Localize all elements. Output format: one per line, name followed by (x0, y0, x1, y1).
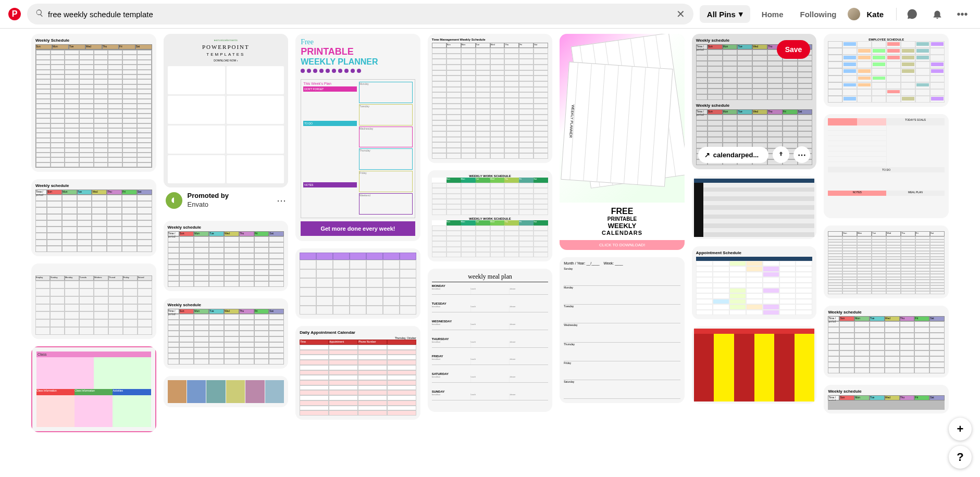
search-icon (35, 9, 44, 19)
pin[interactable]: Daily Appointment CalendarThursday, Octo… (295, 326, 420, 420)
pin[interactable] (692, 327, 817, 404)
pin[interactable]: ▸envatoelements POWERPOINT TEMPLATES DOW… (164, 34, 289, 214)
promoter-logo[interactable] (166, 192, 182, 209)
notifications-icon[interactable] (928, 5, 947, 23)
search-bar: ✕ (27, 4, 693, 24)
promo-more-icon[interactable]: ⋯ (277, 195, 286, 206)
pin[interactable]: Appointment Schedule (692, 246, 817, 319)
pin[interactable]: Free PRINTABLE WEEKLY PLANNER This Week'… (295, 34, 420, 241)
chevron-down-icon: ▾ (739, 9, 743, 19)
messages-icon[interactable] (903, 5, 922, 23)
source-link[interactable]: ↗calendarped... (698, 147, 769, 163)
pin[interactable]: Weekly scheduleTime / periodSunMonTueWed… (164, 221, 289, 291)
divider (896, 8, 897, 20)
pin[interactable]: Weekly scheduleTime / periodSunMonTueWed… (164, 298, 289, 369)
clear-search-icon[interactable]: ✕ (676, 9, 685, 19)
search-input[interactable] (48, 10, 672, 19)
pin[interactable]: WEEKLY PLANNER WEEKLY PLANNER FREE PRINT… (560, 34, 685, 250)
nav-home[interactable]: Home (756, 10, 789, 19)
pin[interactable]: SunMonTueWedThuFriSat (824, 225, 949, 298)
save-button[interactable]: Save (777, 40, 811, 59)
add-button[interactable]: + (949, 418, 972, 437)
pin[interactable]: Weekly scheduleTime / periodSunMonTueWed… (692, 34, 817, 169)
floating-actions: + ? (949, 418, 972, 437)
pin[interactable]: Weekly scheduleTime / periodSunMonTueWed… (31, 179, 156, 256)
header: P ✕ All Pins ▾ Home Following Kate ••• (0, 0, 980, 29)
pin[interactable]: EMPLOYEE SCHEDULE (824, 34, 949, 107)
pin[interactable]: Class Class InformationClass Information… (31, 346, 156, 432)
share-button[interactable] (773, 146, 789, 163)
pin[interactable]: Weekly scheduleTime / periodSunMonTueWed… (824, 385, 949, 413)
pin[interactable]: Weekly Schedule SunMonTueWedThuFriSat (31, 34, 156, 172)
promoted-attribution: Promoted byEnvato ⋯ (164, 187, 289, 214)
pin[interactable]: weekly meal plan MONDAYbreakfastlunchdin… (428, 269, 553, 412)
more-button[interactable]: ⋯ (793, 146, 810, 163)
pin[interactable]: EmploySundayMondayTuesdaWednesThursdFrid… (31, 263, 156, 339)
pin[interactable] (295, 248, 420, 319)
avatar[interactable] (848, 8, 860, 20)
pin[interactable] (164, 376, 289, 407)
nav-following[interactable]: Following (795, 10, 842, 19)
more-icon[interactable]: ••• (953, 5, 972, 23)
pin[interactable]: Month / Year: __/____ Week: ____ SundayM… (560, 257, 685, 403)
pin[interactable]: TODAY'S GOALS TO DO NOTESMEAL PLAN (824, 114, 949, 218)
all-pins-filter[interactable]: All Pins ▾ (700, 5, 750, 23)
user-name[interactable]: Kate (866, 10, 890, 19)
external-link-icon: ↗ (704, 151, 710, 159)
pin[interactable]: WEEKLY WORK SCHEDULE SunMonTueWedThuFriS… (428, 170, 553, 261)
pin[interactable]: Weekly scheduleTime / periodSunMonTueWed… (824, 306, 949, 378)
pin[interactable]: Time Management Weekly ScheduleSunMonTue… (428, 34, 553, 163)
pinterest-logo[interactable]: P (8, 8, 21, 20)
pin[interactable] (692, 177, 817, 239)
pin-grid: Weekly Schedule SunMonTueWedThuFriSat We… (0, 29, 980, 437)
